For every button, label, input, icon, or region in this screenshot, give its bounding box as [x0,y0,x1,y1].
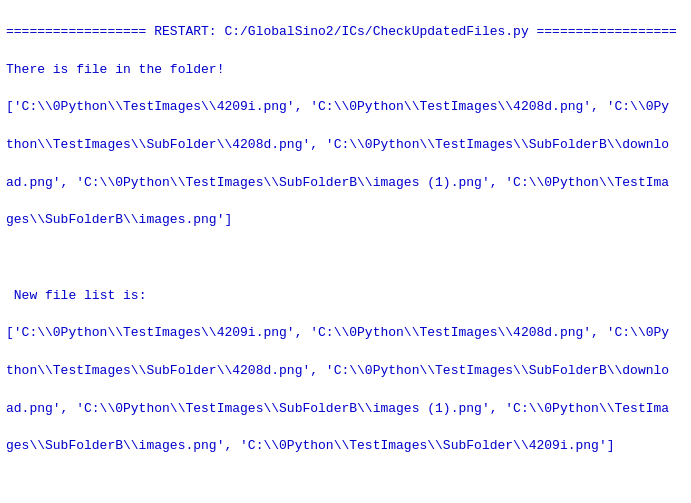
line-array-1b: thon\\TestImages\\SubFolder\\4208d.png',… [6,137,669,152]
line-new-array-1c: ad.png', 'C:\\0Python\\TestImages\\SubFo… [6,401,669,416]
line-new-array-1d: ges\\SubFolderB\\images.png', 'C:\\0Pyth… [6,438,615,453]
line-new-array-1a: ['C:\\0Python\\TestImages\\4209i.png', '… [6,325,669,340]
separator-1: ================== RESTART: C:/GlobalSin… [6,24,677,39]
line-array-1a: ['C:\\0Python\\TestImages\\4209i.png', '… [6,99,669,114]
line-new-file-list-label-1: New file list is: [6,288,146,303]
line-array-1c: ad.png', 'C:\\0Python\\TestImages\\SubFo… [6,175,669,190]
line-new-array-1b: thon\\TestImages\\SubFolder\\4208d.png',… [6,363,669,378]
line-array-1d: ges\\SubFolderB\\images.png'] [6,212,232,227]
line-there-is-file-1: There is file in the folder! [6,62,224,77]
console-output: ================== RESTART: C:/GlobalSin… [6,4,685,503]
